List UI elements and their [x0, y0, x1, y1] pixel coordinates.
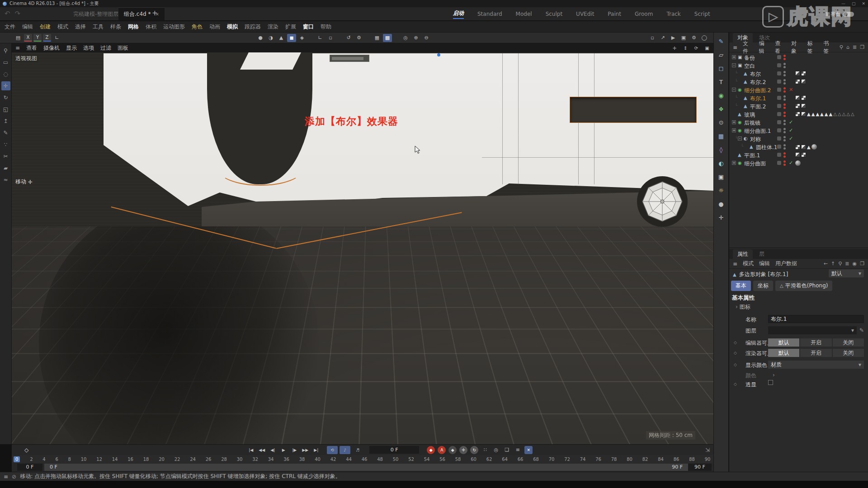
menu-item[interactable]: 窗口: [303, 23, 314, 31]
tree-expander-icon[interactable]: +: [732, 120, 736, 124]
menu-item[interactable]: 工具: [93, 23, 104, 31]
timeline-tick[interactable]: 86: [674, 457, 679, 462]
tab-phong[interactable]: △ 平滑着色(Phong): [775, 281, 832, 291]
am-menu-item[interactable]: 用户数据: [775, 260, 797, 267]
object-name[interactable]: 后视镜: [744, 119, 760, 127]
menu-item[interactable]: 样条: [110, 23, 121, 31]
timeline-tick[interactable]: 16: [127, 457, 133, 462]
menu-item[interactable]: 跟踪器: [245, 23, 261, 31]
layer-pencil-icon[interactable]: ✎: [859, 327, 864, 333]
enable-toggle[interactable]: [777, 104, 781, 108]
perspective-viewport[interactable]: ≡ 查看摄像机显示选项过滤面板 ✛↕⟳▣ 透视视图 移动✛ 添加【布尔】效果器 …: [12, 43, 713, 444]
object-row[interactable]: └▲圆柱体.1▲: [729, 143, 868, 151]
layout-tab[interactable]: 启动: [453, 9, 464, 19]
mograph-cloner-icon[interactable]: ❖: [716, 104, 726, 114]
autokeying-button[interactable]: A: [438, 446, 446, 454]
cube-primitive-icon[interactable]: ◻: [716, 63, 726, 73]
timeline-tick[interactable]: 58: [455, 457, 461, 462]
timeline-tick[interactable]: 12: [96, 457, 102, 462]
timeline-tick[interactable]: 18: [143, 457, 149, 462]
enable-toggle[interactable]: [777, 136, 781, 141]
zoom-view-icon[interactable]: ↕: [682, 44, 689, 52]
menu-item[interactable]: 角色: [192, 23, 203, 31]
om-menu-item[interactable]: 标签: [807, 40, 818, 55]
rotate-tool-icon[interactable]: ↻: [1, 93, 10, 102]
volume-builder-icon[interactable]: ▦: [716, 131, 726, 141]
preset-dropdown[interactable]: 默认 ▾: [829, 269, 864, 277]
tree-expander-icon[interactable]: -: [732, 63, 736, 67]
om-panel-icon[interactable]: ❐: [860, 44, 864, 50]
visibility-dots[interactable]: [783, 103, 786, 109]
scale-tool-icon[interactable]: ◱: [1, 105, 10, 114]
timeline-tick[interactable]: 56: [439, 457, 445, 462]
timeline-tick[interactable]: 40: [315, 457, 321, 462]
selection-tag-icon[interactable]: ▲: [820, 112, 824, 117]
visibility-dots[interactable]: [783, 112, 786, 117]
pen-tool-icon[interactable]: ✎: [1, 128, 10, 137]
loop-playback-button[interactable]: ⟲: [327, 446, 338, 454]
pan-view-icon[interactable]: ✛: [671, 44, 678, 52]
quantize-button[interactable]: ▩: [383, 34, 392, 42]
object-name[interactable]: 圆柱体.1: [756, 144, 777, 151]
minimize-button[interactable]: —: [841, 1, 845, 6]
selected-point-handle[interactable]: [437, 53, 440, 56]
viewport-menu-item[interactable]: 查看: [26, 44, 37, 52]
layout-tab[interactable]: Track: [666, 11, 680, 17]
axis-lock-y-button[interactable]: Y: [33, 34, 42, 42]
om-home-icon[interactable]: ⌂: [846, 44, 849, 50]
viewport-menu-item[interactable]: 过滤: [100, 44, 111, 52]
prev-frame-button[interactable]: ◀|: [267, 446, 278, 454]
extrude-tool-icon[interactable]: ↥: [1, 117, 10, 126]
viewport-menu-icon[interactable]: ≡: [15, 45, 20, 51]
interactive-render-button[interactable]: ◯: [700, 34, 709, 42]
enable-toggle[interactable]: [777, 88, 781, 92]
current-frame-field[interactable]: 0 F: [369, 446, 419, 454]
tab-attributes[interactable]: 属性: [733, 249, 753, 259]
visibility-dots[interactable]: [783, 128, 786, 133]
goto-end-button[interactable]: ▶|: [311, 446, 321, 454]
preview-range-bar[interactable]: 0 F 90 F: [44, 464, 688, 471]
timeline-tick[interactable]: 80: [627, 457, 632, 462]
material-tag-icon[interactable]: [795, 160, 801, 166]
render-view-button[interactable]: ▶: [669, 34, 678, 42]
timeline-tick[interactable]: 76: [595, 457, 601, 462]
timeline-tick[interactable]: 34: [268, 457, 274, 462]
am-menu-item[interactable]: 编辑: [759, 260, 770, 267]
timeline-tick[interactable]: 52: [408, 457, 414, 462]
texture-tag-icon[interactable]: [795, 145, 800, 150]
model-mode-button[interactable]: ◼: [287, 34, 296, 42]
layout-tab[interactable]: Groom: [635, 11, 653, 17]
timeline-tick[interactable]: 72: [564, 457, 570, 462]
axis-icon[interactable]: ✛: [716, 212, 726, 222]
visibility-dots[interactable]: [783, 120, 786, 125]
document-tab-active[interactable]: 组合.c4d * ✕: [118, 7, 165, 21]
plane-primitive-icon[interactable]: ▱: [716, 50, 726, 60]
polygon-selection-tag-icon[interactable]: [801, 103, 806, 108]
menu-item[interactable]: 动画: [209, 23, 220, 31]
new-ui-toggle[interactable]: [843, 12, 854, 17]
live-selection-icon[interactable]: ◌: [1, 70, 10, 79]
timeline-tick[interactable]: 22: [175, 457, 180, 462]
keyable-icon[interactable]: ◇: [734, 340, 737, 345]
timeline-tick[interactable]: 10: [81, 457, 87, 462]
enable-toggle[interactable]: [777, 96, 781, 100]
enable-toggle[interactable]: [777, 80, 781, 84]
polygon-selection-tag-icon[interactable]: [795, 95, 800, 100]
display-color-dropdown[interactable]: 材质 ▾: [768, 361, 864, 369]
undo-icon[interactable]: ↶: [5, 9, 10, 18]
box-select-icon[interactable]: ▭: [1, 58, 10, 67]
selection-tag-icon[interactable]: ▲: [816, 112, 819, 117]
layout-tab[interactable]: Sculpt: [546, 11, 562, 17]
tree-expander-icon[interactable]: -: [732, 88, 736, 92]
enable-toggle[interactable]: [777, 71, 781, 75]
timeline-tick[interactable]: 20: [159, 457, 165, 462]
layout-thumb-icon[interactable]: ▫: [648, 34, 657, 42]
record-rotation-button[interactable]: ↻: [470, 446, 478, 454]
texture-tag-icon[interactable]: [801, 95, 806, 100]
volume-button[interactable]: ♬: [352, 446, 363, 454]
am-up-icon[interactable]: ↑: [831, 261, 835, 267]
object-name[interactable]: 平面.1: [744, 152, 760, 160]
menu-item[interactable]: 运动图形: [163, 23, 185, 31]
generator-state-icon[interactable]: ✓: [789, 160, 793, 166]
enable-toggle[interactable]: [777, 112, 781, 116]
